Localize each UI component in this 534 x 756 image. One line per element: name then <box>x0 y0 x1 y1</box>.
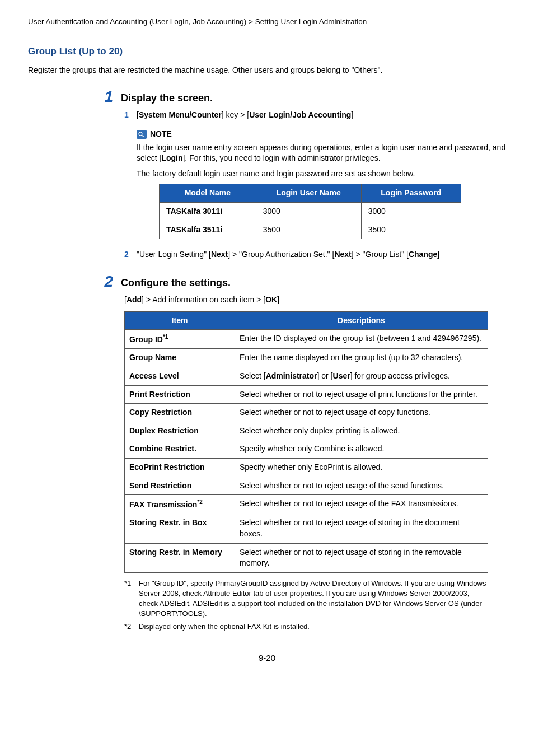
model-credentials-table: Model Name Login User Name Login Passwor… <box>159 184 461 239</box>
table-row: Access Level Select [Administrator] or [… <box>125 367 488 386</box>
step-heading-1: Display the screen. <box>121 89 213 105</box>
note-icon <box>137 130 147 139</box>
table-row: TASKalfa 3511i 3500 3500 <box>160 221 461 239</box>
table-row: Combine Restrict. Specify whether only C… <box>125 440 488 459</box>
th-login-password: Login Password <box>361 184 461 203</box>
step2-line: [Add] > Add information on each item > [… <box>124 295 506 306</box>
section-title: Group List (Up to 20) <box>28 45 506 58</box>
table-row: Send Restriction Select whether or not t… <box>125 477 488 495</box>
footnotes: *1For "Group ID", specify PrimaryGroupID… <box>124 578 488 632</box>
th-item: Item <box>125 311 235 330</box>
substep-text: "User Login Setting" [Next] > "Group Aut… <box>137 249 439 260</box>
step-number-2: 2 <box>101 274 113 290</box>
section-intro: Register the groups that are restricted … <box>28 65 506 76</box>
table-row: Group ID*1 Enter the ID displayed on the… <box>125 330 488 349</box>
table-row: Duplex Restriction Select whether only d… <box>125 422 488 440</box>
th-descriptions: Descriptions <box>235 311 488 330</box>
svg-point-0 <box>139 132 142 136</box>
th-model-name: Model Name <box>160 184 256 203</box>
items-table: Item Descriptions Group ID*1 Enter the I… <box>124 311 488 573</box>
svg-line-1 <box>142 135 144 137</box>
table-row: TASKalfa 3011i 3000 3000 <box>160 203 461 221</box>
substep-text: [System Menu/Counter] key > [User Login/… <box>137 110 353 121</box>
th-login-user: Login User Name <box>256 184 361 203</box>
table-row: Group Name Enter the name displayed on t… <box>125 349 488 367</box>
table-row: Storing Restr. in Box Select whether or … <box>125 514 488 543</box>
step-number-1: 1 <box>101 89 113 105</box>
note-text: If the login user name entry screen appe… <box>137 142 506 180</box>
table-row: Storing Restr. in Memory Select whether … <box>125 543 488 572</box>
note-title: NOTE <box>150 129 172 140</box>
table-row: Copy Restriction Select whether or not t… <box>125 404 488 422</box>
page-number: 9-20 <box>28 652 506 664</box>
substep-number: 2 <box>124 249 132 260</box>
table-row: EcoPrint Restriction Specify whether onl… <box>125 459 488 477</box>
header-rule <box>28 31 506 31</box>
substep-number: 1 <box>124 110 132 121</box>
table-row: FAX Transmission*2 Select whether or not… <box>125 495 488 514</box>
step-heading-2: Configure the settings. <box>121 274 231 290</box>
table-row: Print Restriction Select whether or not … <box>125 385 488 404</box>
breadcrumb: User Authentication and Accounting (User… <box>28 17 506 27</box>
